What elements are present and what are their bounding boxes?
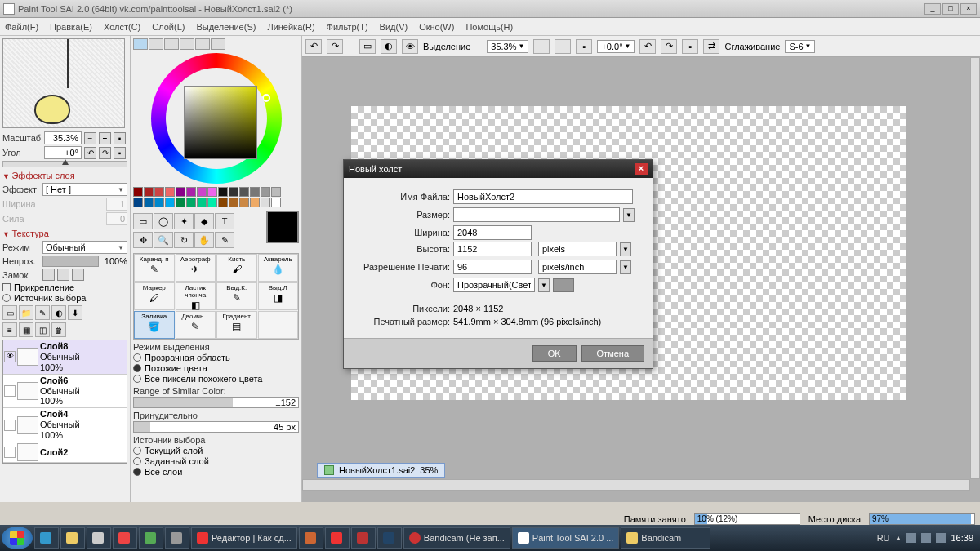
brush-bucket[interactable]: Заливка🪣 (134, 311, 175, 339)
pick-all-radio[interactable] (133, 468, 141, 476)
effect-select[interactable]: [ Нет ]▼ (42, 183, 127, 196)
color-scratch-tab[interactable] (211, 38, 225, 50)
preset-input[interactable] (453, 207, 620, 222)
invert-button[interactable]: ◐ (381, 39, 397, 54)
lang-indicator[interactable]: RU (877, 533, 890, 543)
tray-icon[interactable] (906, 533, 916, 543)
rot-ccw-tb[interactable]: ↶ (639, 39, 656, 54)
force-slider[interactable]: 45 px (133, 421, 299, 433)
rect-select-tool[interactable]: ▭ (133, 213, 153, 229)
task-app2[interactable] (325, 527, 350, 549)
pinned-ie[interactable] (34, 527, 59, 549)
document-tab[interactable]: НовыйХолст1.sai2 35% (317, 463, 445, 478)
vertical-scrollbar[interactable] (970, 57, 980, 479)
tray-volume-icon[interactable] (936, 533, 946, 543)
zoom-fit-tb[interactable]: ▪ (576, 39, 592, 54)
close-button[interactable]: × (960, 3, 977, 15)
move-tool[interactable]: ✥ (133, 232, 153, 248)
lasso-tool[interactable]: ◯ (154, 213, 173, 229)
visibility-icon[interactable] (4, 420, 16, 431)
task-browser[interactable]: Редактор | Как сд... (191, 527, 297, 549)
minimize-button[interactable]: _ (924, 3, 941, 15)
navigator-thumbnail[interactable] (2, 38, 125, 128)
zoom-in-tb[interactable]: + (555, 39, 571, 54)
color-swatch-tab[interactable] (195, 38, 210, 50)
angle-slider[interactable] (2, 161, 127, 167)
color-rgb-tab[interactable] (149, 38, 163, 50)
maximize-button[interactable]: □ (942, 3, 959, 15)
task-app[interactable] (299, 527, 323, 549)
unit-select[interactable] (538, 242, 617, 256)
texture-header[interactable]: Текстура (2, 229, 127, 238)
clear-button[interactable]: ◫ (35, 322, 50, 337)
new-vector-button[interactable]: ✎ (35, 305, 50, 320)
menu-file[interactable]: Файл(F) (5, 22, 38, 32)
lock-pixels-button[interactable] (57, 269, 69, 281)
merge-button[interactable]: ≡ (2, 322, 17, 337)
pinned-app3[interactable] (139, 527, 163, 549)
brush-watercolor[interactable]: Акварель💧 (258, 254, 299, 282)
eyedropper-tool[interactable]: ✎ (215, 232, 234, 248)
brush-gradient[interactable]: Градиент▤ (216, 311, 257, 339)
zoom-in-button[interactable]: + (99, 132, 111, 144)
preset-dropdown[interactable]: ▼ (623, 208, 635, 222)
source-radio[interactable] (2, 294, 11, 302)
color-mix-tab[interactable] (180, 38, 194, 50)
start-button[interactable] (2, 527, 33, 549)
unit-dropdown[interactable]: ▼ (620, 242, 631, 256)
rotate-ccw-button[interactable]: ↶ (84, 147, 96, 159)
cancel-button[interactable]: Отмена (581, 345, 644, 362)
pinned-app4[interactable] (165, 527, 189, 549)
res-unit-dropdown[interactable]: ▼ (620, 260, 631, 274)
angle-value[interactable]: +0° (44, 146, 82, 159)
visibility-icon[interactable] (4, 447, 16, 458)
tray-icon[interactable] (921, 533, 931, 543)
color-hsv-tab[interactable] (164, 38, 179, 50)
shape-tool[interactable]: ◆ (194, 213, 214, 229)
bg-color-swatch[interactable] (553, 278, 574, 292)
brush-binary[interactable]: Двоичн...✎ (176, 311, 216, 339)
zoom-out-tb[interactable]: − (533, 39, 550, 54)
swatch[interactable] (133, 187, 143, 197)
color-picker-square[interactable] (184, 86, 257, 159)
bg-dropdown[interactable]: ▼ (538, 278, 550, 292)
tray-expand-icon[interactable]: ▲ (895, 534, 902, 542)
dialog-titlebar[interactable]: Новый холст × (344, 160, 653, 178)
rotate-tool[interactable]: ↻ (174, 232, 194, 248)
menu-window[interactable]: Окно(W) (419, 22, 454, 32)
brush-eraser[interactable]: Ластик чпонча◧ (176, 282, 216, 310)
color-wheel-tab[interactable] (133, 38, 148, 50)
delete-layer-button[interactable]: 🗑 (51, 322, 66, 337)
zoom-tool[interactable]: 🔍 (154, 232, 173, 248)
show-sel-button[interactable]: 👁 (402, 39, 418, 54)
background-select[interactable] (453, 278, 535, 292)
layer-item[interactable]: Слой6Обычный100% (3, 375, 127, 409)
deselect-button[interactable]: ▭ (359, 39, 376, 54)
pick-current-radio[interactable] (133, 447, 141, 455)
task-bandicam-folder[interactable]: Bandicam (621, 527, 710, 549)
clock[interactable]: 16:39 (951, 533, 973, 543)
brush-brush[interactable]: Кисть🖌 (216, 254, 257, 282)
menu-canvas[interactable]: Холст(C) (104, 22, 140, 32)
visibility-icon[interactable] (4, 385, 16, 397)
zoom-field[interactable]: 35.3%▼ (487, 40, 528, 53)
brush-seleraser[interactable]: Выд.Л◨ (258, 282, 299, 310)
layer-item[interactable]: 👁 Слой8Обычный100% (3, 340, 127, 375)
new-folder-button[interactable]: 📁 (19, 305, 33, 320)
rotate-cw-button[interactable]: ↷ (99, 147, 111, 159)
color-wheel[interactable] (143, 53, 290, 184)
menu-filter[interactable]: Фильтр(T) (327, 22, 368, 32)
res-unit-select[interactable] (538, 260, 617, 274)
undo-button[interactable]: ↶ (305, 39, 322, 54)
zoom-reset-button[interactable]: ▪ (114, 132, 126, 144)
smooth-select[interactable]: S-6▼ (785, 40, 815, 53)
rotation-field[interactable]: +0.0°▼ (597, 40, 635, 53)
brush-empty[interactable] (258, 311, 299, 339)
selmode-transparent-radio[interactable] (133, 353, 141, 362)
brush-airbrush[interactable]: Аэрограф✈ (176, 254, 216, 282)
task-steam[interactable] (377, 527, 402, 549)
layer-item[interactable]: Слой2 (3, 442, 127, 463)
layer-item[interactable]: Слой4Обычный100% (3, 408, 127, 442)
selmode-similar-radio[interactable] (133, 364, 141, 372)
lock-all-button[interactable] (72, 269, 84, 281)
